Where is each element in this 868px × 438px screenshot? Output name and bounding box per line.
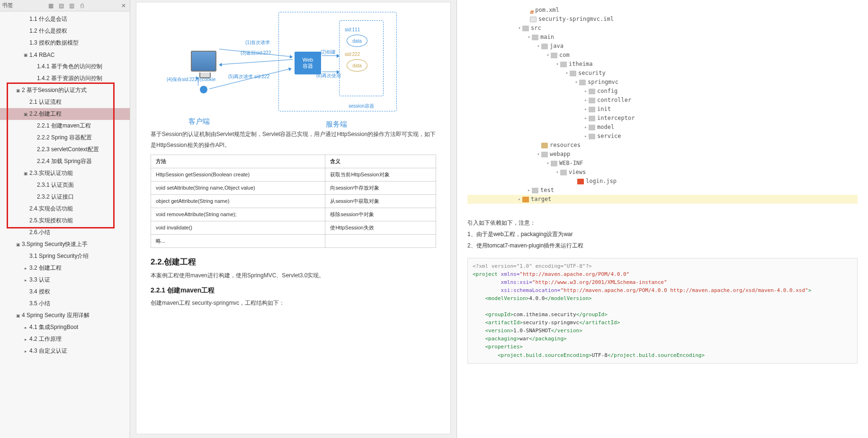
toc-item[interactable]: ▸4.3 自定义认证	[0, 345, 130, 357]
toc-item[interactable]: 2.3.1 认证页面	[0, 179, 130, 191]
toc-item[interactable]: 2.2.4 加载 Spring容器	[0, 155, 130, 167]
twisty-icon[interactable]	[30, 194, 36, 200]
print-icon[interactable]: ⎙	[78, 1, 86, 10]
tree-row[interactable]: ▾views	[467, 168, 858, 177]
toc-item[interactable]: 3.5 小结	[0, 298, 130, 310]
twisty-icon[interactable]: ▾	[573, 78, 579, 87]
twisty-icon[interactable]: ▸	[583, 123, 589, 132]
tree-row[interactable]: security-springmvc.iml	[467, 15, 858, 24]
twisty-icon[interactable]	[30, 123, 36, 129]
tree-row[interactable]: ▾main	[467, 33, 858, 42]
tree-row[interactable]: ▸init	[467, 105, 858, 114]
toc-item[interactable]: ▸3.2 创建工程	[0, 262, 130, 274]
toc-item[interactable]: 3.4 授权	[0, 286, 130, 298]
toc-item[interactable]: ▣4 Spring Security 应用详解	[0, 310, 130, 321]
toc-item[interactable]: ▸4.1 集成SpringBoot	[0, 321, 130, 333]
twisty-icon[interactable]: ▾	[555, 168, 560, 177]
twisty-icon[interactable]	[30, 76, 36, 82]
toc-item[interactable]: 1.3 授权的数据模型	[0, 37, 130, 49]
twisty-icon[interactable]	[23, 40, 28, 46]
twisty-icon[interactable]	[23, 28, 28, 34]
toc-item[interactable]: 2.5.实现授权功能	[0, 215, 130, 227]
tree-row[interactable]: resources	[467, 141, 858, 150]
tree-row[interactable]: ▸test	[467, 186, 858, 195]
twisty-icon[interactable]	[23, 218, 28, 224]
twisty-icon[interactable]: ▾	[536, 42, 541, 51]
tree-row[interactable]: ▸interceptor	[467, 114, 858, 123]
toc-item[interactable]: 2.2.3 servletContext配置	[0, 144, 130, 155]
toc-item[interactable]: 1.1 什么是会话	[0, 13, 130, 25]
twisty-icon[interactable]: ▾	[536, 150, 541, 159]
toc-item[interactable]: ▣3.Spring Security快速上手	[0, 238, 130, 250]
toc-item[interactable]: 2.3.2 认证接口	[0, 191, 130, 203]
twisty-icon[interactable]: ▾	[564, 69, 570, 78]
toc-item[interactable]: 2.2.2 Spring 容器配置	[0, 132, 130, 144]
twisty-icon[interactable]: ▾	[517, 24, 522, 33]
close-icon[interactable]: ✕	[119, 1, 128, 10]
tree-row[interactable]: ▾security	[467, 69, 858, 78]
twisty-icon[interactable]: ▾	[545, 159, 551, 168]
twisty-icon[interactable]	[30, 64, 36, 70]
twisty-icon[interactable]	[30, 135, 36, 141]
twisty-icon[interactable]	[23, 230, 28, 236]
tree-row[interactable]: ▾WEB-INF	[467, 159, 858, 168]
twisty-icon[interactable]	[30, 147, 36, 153]
twisty-icon[interactable]	[23, 301, 28, 307]
twisty-icon[interactable]: ▸	[23, 325, 28, 330]
toc-item[interactable]: 2.6.小结	[0, 227, 130, 238]
twisty-icon[interactable]	[23, 100, 28, 105]
toc-item[interactable]: 1.4.1 基于角色的访问控制	[0, 61, 130, 73]
twisty-icon[interactable]	[30, 182, 36, 188]
tree-row[interactable]: ▸target	[467, 195, 858, 204]
toc-item[interactable]: ▸4.2 工作原理	[0, 333, 130, 345]
tree-row[interactable]: mpom.xml	[467, 6, 858, 15]
toc-item[interactable]: 3.1 Spring Security介绍	[0, 250, 130, 262]
collapse-all-icon[interactable]: ▤	[57, 1, 65, 10]
project-file-tree[interactable]: mpom.xmlsecurity-springmvc.iml▾src▾main▾…	[467, 6, 858, 204]
twisty-icon[interactable]: ▾	[545, 51, 551, 60]
twisty-icon[interactable]: ▸	[583, 87, 589, 96]
twisty-icon[interactable]: ▣	[15, 88, 21, 93]
tree-row[interactable]: ▸controller	[467, 96, 858, 105]
twisty-icon[interactable]: ▣	[23, 52, 28, 58]
twisty-icon[interactable]	[23, 254, 28, 259]
twisty-icon[interactable]: ▸	[23, 277, 28, 283]
twisty-icon[interactable]: ▸	[583, 114, 589, 123]
twisty-icon[interactable]: ▣	[15, 313, 21, 319]
tree-row[interactable]: ▸service	[467, 132, 858, 141]
twisty-icon[interactable]: ▸	[583, 132, 589, 141]
tree-row[interactable]: ▾com	[467, 51, 858, 60]
twisty-icon[interactable]: ▣	[15, 242, 21, 247]
twisty-icon[interactable]	[30, 159, 36, 164]
twisty-icon[interactable]: ▸	[23, 265, 28, 271]
tree-row[interactable]: ▸config	[467, 87, 858, 96]
tree-row[interactable]: ▸model	[467, 123, 858, 132]
twisty-icon[interactable]: ▸	[526, 186, 532, 195]
twisty-icon[interactable]: ▣	[23, 171, 28, 176]
toc-item[interactable]: ▣1.4 RBAC	[0, 49, 130, 61]
twisty-icon[interactable]: ▸	[583, 105, 589, 114]
tree-row[interactable]: ▾itheima	[467, 60, 858, 69]
options-icon[interactable]: ▥	[67, 1, 76, 10]
toc-item[interactable]: 1.4.2 基于资源的访问控制	[0, 73, 130, 84]
twisty-icon[interactable]	[23, 206, 28, 212]
toc-item[interactable]: ▣2.3.实现认证功能	[0, 167, 130, 179]
toc-item[interactable]: 1.2 什么是授权	[0, 25, 130, 37]
toc-item[interactable]: ▸3.3 认证	[0, 274, 130, 286]
twisty-icon[interactable]: ▸	[583, 96, 589, 105]
twisty-icon[interactable]	[23, 289, 28, 295]
toc-tree[interactable]: 1.1 什么是会话1.2 什么是授权1.3 授权的数据模型▣1.4 RBAC1.…	[0, 11, 130, 438]
toc-item[interactable]: 2.4.实现会话功能	[0, 203, 130, 215]
twisty-icon[interactable]: ▸	[517, 195, 522, 204]
twisty-icon[interactable]: ▸	[23, 337, 28, 342]
twisty-icon[interactable]: ▾	[526, 33, 532, 42]
toc-item[interactable]: ▣2.2.创建工程	[0, 108, 130, 120]
tree-row[interactable]: ▾springmvc	[467, 78, 858, 87]
expand-all-icon[interactable]: ▦	[46, 1, 55, 10]
toc-item[interactable]: ▣2 基于Session的认证方式	[0, 84, 130, 96]
twisty-icon[interactable]	[23, 17, 28, 22]
twisty-icon[interactable]: ▣	[23, 111, 28, 117]
tree-row[interactable]: login.jsp	[467, 177, 858, 186]
tree-row[interactable]: ▾webapp	[467, 150, 858, 159]
twisty-icon[interactable]: ▾	[555, 60, 560, 69]
